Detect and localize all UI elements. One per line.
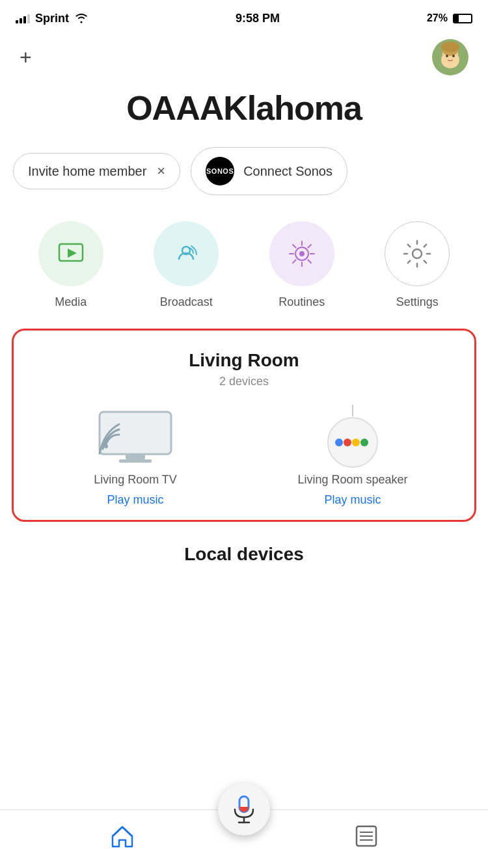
settings-action[interactable]: Settings [385, 221, 450, 309]
wifi-icon [74, 13, 88, 23]
routines-icon [286, 237, 318, 270]
living-room-card: Living Room 2 devices Livin [12, 329, 476, 522]
media-label: Media [55, 295, 87, 309]
mic-icon [232, 795, 256, 824]
carrier-label: Sprint [35, 12, 69, 25]
speaker-device-name: Living Room speaker [297, 473, 407, 487]
routines-circle [269, 221, 334, 286]
sonos-label: Connect Sonos [243, 164, 332, 179]
mic-fab-container [218, 783, 270, 835]
home-nav-button[interactable] [83, 817, 161, 856]
invite-label: Invite home member [28, 164, 146, 179]
tv-play-music-button[interactable]: Play music [107, 493, 163, 507]
room-name: Living Room [27, 350, 461, 371]
home-nav-icon [109, 823, 135, 849]
broadcast-label: Broadcast [160, 295, 213, 309]
home-name: OAAAKlahoma [0, 82, 488, 147]
chromecast-tv-icon [96, 409, 174, 466]
svg-point-20 [413, 249, 422, 258]
svg-point-28 [344, 439, 351, 446]
quick-actions: Media Broadcast [0, 215, 488, 329]
close-icon[interactable]: × [157, 163, 165, 180]
add-button[interactable]: + [20, 46, 32, 70]
svg-point-27 [335, 439, 343, 446]
avatar-image [432, 39, 468, 75]
local-devices-title: Local devices [0, 537, 488, 578]
status-right: 27% [427, 12, 472, 24]
sonos-logo-text: SONOS [206, 167, 234, 175]
room-device-count: 2 devices [27, 375, 461, 388]
svg-rect-24 [119, 459, 152, 463]
media-circle [38, 221, 103, 286]
google-home-icon [323, 405, 382, 470]
svg-point-4 [441, 42, 459, 52]
speaker-play-music-button[interactable]: Play music [324, 493, 381, 507]
room-devices: Living Room TV Play music Living [27, 408, 461, 507]
svg-point-5 [446, 55, 448, 57]
settings-circle [385, 221, 450, 286]
signal-icon [16, 13, 30, 23]
routines-action[interactable]: Routines [269, 221, 334, 309]
media-icon [56, 239, 86, 269]
sonos-logo: SONOS [206, 157, 234, 185]
media-action[interactable]: Media [38, 221, 103, 309]
battery-percentage: 27% [427, 12, 448, 24]
header: + [0, 33, 488, 82]
svg-line-18 [293, 260, 296, 264]
status-left: Sprint [16, 12, 88, 25]
connect-sonos-button[interactable]: SONOS Connect Sonos [191, 147, 347, 195]
avatar[interactable] [432, 39, 468, 75]
status-time: 9:58 PM [236, 12, 280, 25]
invite-home-member-button[interactable]: Invite home member × [13, 153, 180, 189]
svg-line-17 [308, 245, 311, 248]
settings-icon [401, 237, 433, 270]
speaker-icon [323, 408, 382, 467]
broadcast-action[interactable]: Broadcast [154, 221, 219, 309]
living-room-tv-device[interactable]: Living Room TV Play music [38, 408, 234, 507]
tv-icon [96, 408, 174, 467]
svg-marker-8 [68, 249, 77, 258]
action-row: Invite home member × SONOS Connect Sonos [0, 147, 488, 215]
broadcast-circle [154, 221, 219, 286]
routines-label: Routines [278, 295, 325, 309]
svg-rect-21 [100, 412, 171, 454]
svg-point-22 [104, 444, 108, 448]
battery-icon [453, 14, 472, 23]
list-nav-icon [353, 823, 379, 849]
settings-label: Settings [396, 295, 439, 309]
svg-point-29 [352, 439, 360, 446]
svg-point-6 [452, 55, 455, 57]
tv-device-name: Living Room TV [94, 473, 177, 487]
svg-line-15 [293, 245, 296, 248]
living-room-speaker-device[interactable]: Living Room speaker Play music [255, 408, 451, 507]
status-bar: Sprint 9:58 PM 27% [0, 0, 488, 33]
broadcast-icon [171, 239, 201, 269]
svg-line-16 [308, 260, 311, 264]
mic-fab-button[interactable] [218, 783, 270, 835]
svg-point-19 [299, 251, 305, 256]
list-nav-button[interactable] [327, 817, 405, 856]
svg-rect-23 [126, 454, 145, 459]
svg-point-30 [360, 439, 368, 446]
